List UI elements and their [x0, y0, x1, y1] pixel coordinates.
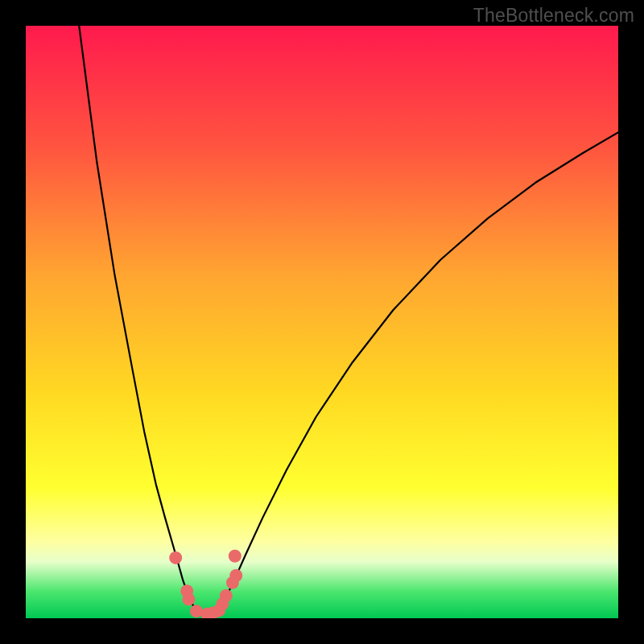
- bottleneck-chart: [26, 26, 618, 618]
- marker-point: [229, 550, 242, 563]
- gradient-background: [26, 26, 618, 618]
- marker-point: [229, 569, 242, 582]
- plot-frame: [26, 26, 618, 618]
- marker-point: [220, 589, 233, 602]
- marker-point: [169, 551, 182, 564]
- watermark-text: TheBottleneck.com: [473, 5, 634, 27]
- marker-point: [182, 592, 195, 605]
